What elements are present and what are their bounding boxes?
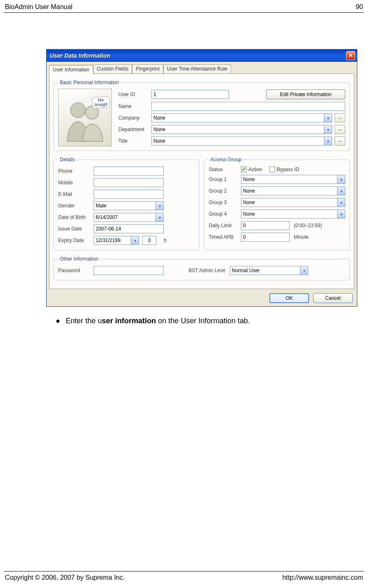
user-id-input[interactable] xyxy=(151,90,229,99)
chevron-down-icon[interactable]: ▾ xyxy=(156,201,164,210)
issue-date-input[interactable] xyxy=(94,224,164,233)
label-gender: Gender xyxy=(58,203,94,209)
timed-apb-input[interactable] xyxy=(241,233,290,242)
label-user-id: User ID xyxy=(118,92,151,97)
header-divider xyxy=(4,12,364,13)
instruction-text-pre: Enter the u xyxy=(66,317,102,325)
user-photo[interactable]: NoImage xyxy=(58,89,112,146)
department-browse-button[interactable]: ... xyxy=(335,125,345,134)
close-icon[interactable]: ✕ xyxy=(346,51,355,60)
label-apb-unit: Minute xyxy=(294,234,309,240)
edit-private-button[interactable]: Edit Private Information xyxy=(266,89,345,99)
label-phone: Phone xyxy=(58,168,94,174)
company-browse-button[interactable]: ... xyxy=(335,113,345,122)
legend-access-group: Access Group xyxy=(209,157,243,162)
chevron-down-icon[interactable]: ▾ xyxy=(324,136,332,146)
chevron-down-icon[interactable]: ▾ xyxy=(131,236,139,245)
label-group4: Group 4 xyxy=(209,211,241,217)
tab-user-time-attendance[interactable]: User Time Attendance Rule xyxy=(163,64,231,73)
department-select[interactable]: None xyxy=(151,125,324,134)
group4-select[interactable]: None xyxy=(241,209,337,219)
label-email: E-Mail xyxy=(58,191,94,197)
phone-input[interactable] xyxy=(94,167,164,176)
label-name: Name xyxy=(118,103,151,109)
titlebar[interactable]: User Data Information ✕ xyxy=(47,49,357,62)
chevron-down-icon[interactable]: ▾ xyxy=(324,125,332,134)
expiry-date-select[interactable]: 12/31/2199 xyxy=(94,236,131,245)
expiry-hour-input[interactable] xyxy=(142,236,156,245)
label-department: Department xyxy=(118,127,151,132)
tab-panel: Basic Personal Information xyxy=(49,73,354,289)
legend-details: Details xyxy=(58,157,77,162)
label-group1: Group 1 xyxy=(209,176,241,182)
label-company: Company xyxy=(118,115,151,121)
fieldset-details: Details Phone Mobile E-Mail Gender Male … xyxy=(54,157,199,250)
chevron-down-icon[interactable]: ▾ xyxy=(337,175,345,184)
label-daily-limit: Daily Limit xyxy=(209,223,241,228)
fieldset-access-group: Access Group Status ✔ Active Bypass ID G… xyxy=(204,157,350,250)
tab-custom-fields[interactable]: Custom Fields xyxy=(93,64,132,73)
svg-point-0 xyxy=(71,103,85,118)
company-select[interactable]: None xyxy=(151,113,324,122)
label-password: Password xyxy=(58,268,94,273)
tab-fingerprint[interactable]: Fingerprint xyxy=(132,64,163,73)
label-status: Status xyxy=(209,167,241,172)
bst-admin-select[interactable]: Normal User xyxy=(230,266,300,275)
label-issue-date: Issue Date xyxy=(58,226,94,232)
password-input[interactable] xyxy=(94,266,164,275)
fieldset-other: Other Information Password BST Admin Lev… xyxy=(54,256,350,280)
label-active: Active xyxy=(248,167,262,172)
bypass-checkbox[interactable] xyxy=(269,167,275,172)
group2-select[interactable]: None xyxy=(241,186,337,195)
footer-copyright: Copyright © 2006, 2007 by Suprema Inc. xyxy=(5,574,125,581)
label-bypass: Bypass ID xyxy=(277,167,300,172)
chevron-down-icon[interactable]: ▾ xyxy=(156,213,164,222)
email-input[interactable] xyxy=(94,190,164,199)
daily-limit-hint: (0:00~23:59) xyxy=(294,223,322,228)
tabstrip: User Information Custom Fields Fingerpri… xyxy=(47,62,357,73)
window-title: User Data Information xyxy=(50,52,110,59)
label-mobile: Mobile xyxy=(58,180,94,186)
tab-user-information[interactable]: User Information xyxy=(49,65,93,74)
title-browse-button[interactable]: ... xyxy=(335,136,345,146)
chevron-down-icon[interactable]: ▾ xyxy=(337,198,345,207)
title-select[interactable]: None xyxy=(151,136,324,146)
user-data-dialog: User Data Information ✕ User Information… xyxy=(46,49,357,307)
label-expiry-date: Expiry Date xyxy=(58,238,94,243)
name-input[interactable] xyxy=(151,102,345,111)
chevron-down-icon[interactable]: ▾ xyxy=(337,186,345,195)
legend-other: Other Information xyxy=(58,256,100,262)
page-number: 90 xyxy=(356,3,363,11)
label-dob: Date of Birth xyxy=(58,214,94,220)
footer-url: http://www.supremainc.com xyxy=(282,574,363,581)
label-group3: Group 3 xyxy=(209,200,241,205)
bullet-icon: ● xyxy=(56,317,60,325)
daily-limit-input[interactable] xyxy=(241,221,290,230)
no-image-badge: NoImage xyxy=(92,96,110,109)
legend-basic: Basic Personal Information xyxy=(58,80,120,85)
mobile-input[interactable] xyxy=(94,178,164,187)
label-group2: Group 2 xyxy=(209,188,241,194)
label-title: Title xyxy=(118,138,151,144)
chevron-down-icon[interactable]: ▾ xyxy=(337,209,345,219)
group1-select[interactable]: None xyxy=(241,175,337,184)
instruction-text-post: on the User Information tab. xyxy=(156,317,250,325)
header-title: BioAdmin User Manual xyxy=(5,3,73,11)
instruction-text-bold: ser information xyxy=(102,317,156,325)
instruction-bullet: ● Enter the user information on the User… xyxy=(56,317,368,325)
fieldset-basic: Basic Personal Information xyxy=(54,80,350,151)
label-timed-apb: Timed APB xyxy=(209,234,241,240)
label-bst-admin: BST Admin Leve xyxy=(189,268,230,273)
label-expiry-unit: h xyxy=(164,238,167,243)
group3-select[interactable]: None xyxy=(241,198,337,207)
chevron-down-icon[interactable]: ▾ xyxy=(300,266,308,275)
cancel-button[interactable]: Cancel xyxy=(313,293,353,303)
active-checkbox[interactable]: ✔ xyxy=(241,167,247,172)
dob-select[interactable]: 6/14/2007 xyxy=(94,213,156,222)
gender-select[interactable]: Male xyxy=(94,201,156,210)
ok-button[interactable]: OK xyxy=(269,293,309,303)
chevron-down-icon[interactable]: ▾ xyxy=(324,113,332,122)
